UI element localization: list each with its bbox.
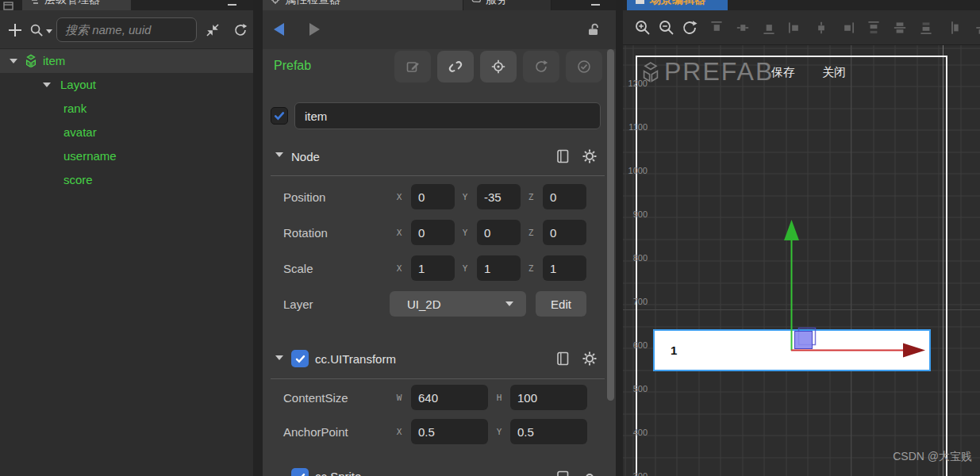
distribute-vertical-center-icon[interactable] bbox=[891, 19, 909, 36]
align-bottom-icon[interactable] bbox=[760, 19, 778, 36]
search-filter-caret-icon[interactable] bbox=[46, 29, 52, 33]
position-y-input[interactable] bbox=[477, 184, 521, 209]
anchorpoint-y-input[interactable] bbox=[510, 419, 587, 444]
hierarchy-minimize-button[interactable] bbox=[228, 4, 236, 6]
scale-x-input[interactable] bbox=[411, 255, 455, 281]
tree-row-item[interactable]: item bbox=[0, 49, 253, 73]
chevron-down-icon bbox=[505, 301, 513, 306]
layer-edit-button[interactable]: Edit bbox=[536, 291, 586, 317]
tab-inspector[interactable]: 属性检查器 bbox=[263, 0, 463, 10]
node-section-caret-icon[interactable] bbox=[275, 152, 283, 157]
layer-label: Layer bbox=[283, 298, 313, 311]
distribute-bottom-icon[interactable] bbox=[917, 19, 935, 36]
scale-y-input[interactable] bbox=[477, 255, 521, 281]
lock-icon[interactable] bbox=[586, 21, 601, 37]
help-book-icon[interactable] bbox=[555, 351, 571, 367]
panel-divider[interactable] bbox=[616, 0, 623, 476]
caret-down-icon[interactable] bbox=[43, 83, 51, 87]
align-top-icon[interactable] bbox=[708, 19, 725, 36]
component-enabled-checkbox[interactable] bbox=[291, 468, 309, 476]
tab-hierarchy[interactable]: 层级管理器 bbox=[22, 0, 131, 10]
prefab-apply-button[interactable] bbox=[566, 51, 602, 83]
gizmo-xy-plane-handle[interactable] bbox=[795, 332, 813, 349]
gizmo-y-arrowhead-icon[interactable] bbox=[784, 220, 799, 240]
scale-z-input[interactable] bbox=[543, 255, 586, 281]
gear-icon[interactable] bbox=[582, 351, 598, 367]
tree-row-layout[interactable]: Layout bbox=[0, 73, 253, 97]
prefab-edit-button[interactable] bbox=[394, 51, 431, 83]
tree-label: username bbox=[63, 144, 117, 168]
hierarchy-toolbar bbox=[0, 10, 253, 49]
prefab-unlink-button[interactable] bbox=[437, 51, 474, 83]
anchorpoint-x-input[interactable] bbox=[411, 419, 488, 444]
refresh-icon[interactable] bbox=[233, 22, 248, 38]
rotation-y-input[interactable] bbox=[477, 220, 521, 245]
gear-icon[interactable] bbox=[582, 470, 598, 476]
help-book-icon[interactable] bbox=[555, 148, 571, 164]
axis-x-label: X bbox=[393, 427, 405, 437]
node-active-checkbox[interactable] bbox=[271, 107, 288, 125]
caret-down-icon[interactable] bbox=[10, 59, 17, 63]
tree-row-score[interactable]: score bbox=[0, 168, 253, 192]
prefab-reset-button[interactable] bbox=[523, 51, 559, 83]
axis-x-label: X bbox=[393, 263, 405, 274]
scene-canvas[interactable]: PREFAB 保存 关闭 1200 1100 1000 900 800 700 … bbox=[623, 45, 980, 476]
axis-x-label: X bbox=[393, 192, 405, 202]
panel-divider[interactable] bbox=[253, 0, 263, 476]
reset-view-icon[interactable] bbox=[681, 19, 698, 36]
inspector-scrollbar[interactable] bbox=[607, 49, 614, 401]
distribute-top-icon[interactable] bbox=[865, 19, 882, 36]
position-z-input[interactable] bbox=[543, 184, 586, 209]
edit-pencil-icon bbox=[405, 59, 421, 75]
contentsize-w-input[interactable] bbox=[411, 385, 488, 410]
rotation-x-input[interactable] bbox=[411, 220, 455, 245]
uitransform-enabled-checkbox[interactable] bbox=[291, 350, 309, 367]
collapse-all-icon[interactable] bbox=[205, 22, 221, 38]
align-vertical-center-icon[interactable] bbox=[734, 19, 751, 36]
tab-services[interactable]: 服务 bbox=[463, 0, 551, 10]
tree-label: score bbox=[63, 168, 93, 192]
create-node-plus-icon[interactable] bbox=[6, 21, 24, 39]
zoom-out-icon[interactable] bbox=[658, 19, 675, 36]
hierarchy-tab-label: 层级管理器 bbox=[44, 0, 100, 7]
node-name-input[interactable] bbox=[294, 102, 601, 129]
layer-select[interactable]: UI_2D bbox=[390, 291, 526, 317]
search-icon[interactable] bbox=[29, 23, 44, 38]
services-tab-label: 服务 bbox=[486, 0, 508, 7]
uitransform-section-caret-icon[interactable] bbox=[275, 355, 283, 360]
hierarchy-tree: item Layout rank avatar username score bbox=[0, 49, 253, 192]
back-arrow-icon[interactable] bbox=[274, 23, 284, 36]
align-stretch-vertical-icon[interactable] bbox=[943, 19, 961, 36]
align-right-icon[interactable] bbox=[839, 19, 856, 36]
axis-y-label: Y bbox=[459, 192, 471, 202]
scene-tab-icon bbox=[635, 0, 645, 5]
tree-label: Layout bbox=[60, 73, 96, 97]
rotation-z-input[interactable] bbox=[543, 220, 586, 245]
layer-select-value: UI_2D bbox=[407, 298, 441, 311]
cocos-creator-editor: 层级管理器 item Layout rank bbox=[0, 0, 980, 476]
align-stretch-horizontal-icon[interactable] bbox=[974, 19, 980, 36]
gizmo-x-arrowhead-icon[interactable] bbox=[903, 344, 925, 358]
align-horizontal-center-icon[interactable] bbox=[813, 19, 830, 36]
contentsize-label: ContentSize bbox=[283, 391, 348, 405]
inspector-minimize-button[interactable] bbox=[591, 4, 600, 6]
prefab-locate-button[interactable] bbox=[480, 51, 517, 83]
contentsize-h-input[interactable] bbox=[510, 385, 587, 410]
node-section-title: Node bbox=[291, 150, 320, 163]
align-left-icon[interactable] bbox=[786, 19, 804, 36]
help-book-icon[interactable] bbox=[555, 470, 571, 476]
inspector-tabstrip: 属性检查器 服务 bbox=[263, 0, 616, 10]
gear-icon[interactable] bbox=[582, 148, 598, 164]
tree-row-username[interactable]: username bbox=[0, 144, 253, 168]
tree-row-rank[interactable]: rank bbox=[0, 97, 253, 121]
position-x-input[interactable] bbox=[411, 184, 455, 209]
scene-panel: 场景编辑器 PREFAB 保存 关闭 bbox=[623, 0, 980, 476]
zoom-in-icon[interactable] bbox=[634, 19, 651, 36]
locate-target-icon bbox=[490, 59, 506, 75]
search-input[interactable] bbox=[56, 17, 197, 42]
tab-scene-editor[interactable]: 场景编辑器 bbox=[627, 0, 728, 10]
prefab-cubes-icon bbox=[24, 54, 38, 68]
tree-row-avatar[interactable]: avatar bbox=[0, 121, 253, 144]
forward-arrow-icon[interactable] bbox=[309, 23, 320, 36]
section-divider bbox=[271, 378, 605, 379]
